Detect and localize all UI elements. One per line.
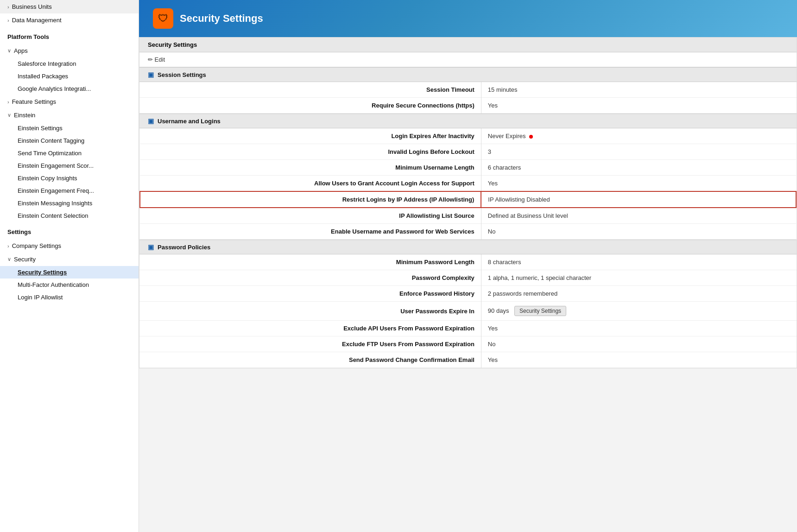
sidebar-item-einstein[interactable]: ∨ Einstein [0, 108, 139, 122]
sidebar-item-security[interactable]: ∨ Security [0, 253, 139, 266]
username-logins-header: ▣ Username and Logins [139, 114, 797, 128]
security-settings-badge: Security Settings [514, 306, 566, 316]
expand-icon: › [7, 18, 9, 23]
enforce-password-history-value: 2 passwords remembered [481, 286, 797, 302]
sidebar-child-installed-packages[interactable]: Installed Packages [0, 70, 139, 82]
sidebar-item-data-management[interactable]: › Data Management [0, 13, 139, 27]
allow-users-label: Allow Users to Grant Account Login Acces… [140, 176, 481, 192]
sidebar-child-einstein-content-selection[interactable]: Einstein Content Selection [0, 209, 139, 222]
send-password-change-value: Yes [481, 352, 797, 368]
login-expires-label: Login Expires After Inactivity [140, 128, 481, 144]
allow-users-value: Yes [481, 176, 796, 192]
table-row: Session Timeout 15 minutes [139, 82, 797, 98]
invalid-logins-value: 3 [481, 144, 796, 160]
sidebar-child-einstein-copy-insights[interactable]: Einstein Copy Insights [0, 172, 139, 184]
exclude-api-users-label: Exclude API Users From Password Expirati… [139, 321, 481, 336]
password-policies-table: Minimum Password Length 8 characters Pas… [139, 254, 797, 368]
min-username-label: Minimum Username Length [140, 160, 481, 176]
collapse-icon: ▣ [148, 243, 154, 251]
table-row: Enforce Password History 2 passwords rem… [139, 286, 797, 302]
table-row: Exclude FTP Users From Password Expirati… [139, 336, 797, 352]
main-content: 🛡 Security Settings Security Settings ✏ … [139, 0, 797, 532]
sidebar-child-send-time-optimization[interactable]: Send Time Optimization [0, 147, 139, 159]
sidebar-item-apps[interactable]: ∨ Apps [0, 44, 139, 57]
login-expires-value: Never Expires [481, 128, 796, 144]
chevron-down-icon: ∨ [7, 256, 11, 262]
exclude-api-users-value: Yes [481, 321, 797, 336]
table-row: Minimum Password Length 8 characters [139, 254, 797, 270]
require-secure-value: Yes [481, 98, 797, 114]
red-dot-indicator [529, 135, 533, 139]
password-complexity-value: 1 alpha, 1 numeric, 1 special character [481, 270, 797, 286]
password-complexity-label: Password Complexity [139, 270, 481, 286]
user-passwords-expire-value: 90 days Security Settings [481, 302, 797, 321]
sidebar-item-feature-settings[interactable]: › Feature Settings [0, 95, 139, 108]
sidebar-child-einstein-engagement-scor[interactable]: Einstein Engagement Scor... [0, 159, 139, 172]
table-row: Send Password Change Confirmation Email … [139, 352, 797, 368]
min-password-length-value: 8 characters [481, 254, 797, 270]
exclude-ftp-users-value: No [481, 336, 797, 352]
table-row: Invalid Logins Before Lockout 3 [140, 144, 796, 160]
enable-username-password-value: No [481, 224, 796, 240]
sidebar-child-multi-factor-auth[interactable]: Multi-Factor Authentication [0, 279, 139, 291]
table-row: Enable Username and Password for Web Ser… [140, 224, 796, 240]
table-row: IP Allowlisting List Source Defined at B… [140, 208, 796, 224]
platform-tools-header: Platform Tools [0, 27, 139, 44]
expand-icon: › [7, 4, 9, 10]
chevron-down-icon: ∨ [7, 48, 11, 54]
chevron-right-icon: › [7, 243, 9, 249]
table-row: Require Secure Connections (https) Yes [139, 98, 797, 114]
sidebar-child-einstein-content-tagging[interactable]: Einstein Content Tagging [0, 134, 139, 147]
page-title: Security Settings [180, 13, 263, 25]
chevron-right-icon: › [7, 99, 9, 105]
sidebar-item-company-settings[interactable]: › Company Settings [0, 239, 139, 253]
invalid-logins-label: Invalid Logins Before Lockout [140, 144, 481, 160]
restrict-logins-row: Restrict Logins by IP Address (IP Allowl… [140, 191, 796, 208]
shield-icon: 🛡 [153, 8, 173, 29]
session-timeout-value: 15 minutes [481, 82, 797, 98]
session-settings-header: ▣ Session Settings [139, 67, 797, 82]
sidebar-child-einstein-settings[interactable]: Einstein Settings [0, 122, 139, 134]
sidebar-item-business-units[interactable]: › Business Units [0, 0, 139, 13]
sidebar-child-salesforce-integration[interactable]: Salesforce Integration [0, 57, 139, 70]
settings-section-header: Settings [0, 222, 139, 239]
sidebar-child-einstein-engagement-freq[interactable]: Einstein Engagement Freq... [0, 184, 139, 197]
sidebar-child-google-analytics[interactable]: Google Analytics Integrati... [0, 82, 139, 95]
page-header: 🛡 Security Settings [139, 0, 797, 37]
edit-button[interactable]: ✏ Edit [148, 56, 165, 63]
table-row: Allow Users to Grant Account Login Acces… [140, 176, 796, 192]
ip-allowlisting-source-label: IP Allowlisting List Source [140, 208, 481, 224]
table-row: Login Expires After Inactivity Never Exp… [140, 128, 796, 144]
edit-bar: ✏ Edit [139, 52, 797, 67]
collapse-icon: ▣ [148, 117, 154, 125]
password-policies-header: ▣ Password Policies [139, 240, 797, 254]
send-password-change-label: Send Password Change Confirmation Email [139, 352, 481, 368]
session-timeout-label: Session Timeout [139, 82, 481, 98]
ip-allowlisting-source-value: Defined at Business Unit level [481, 208, 796, 224]
enforce-password-history-label: Enforce Password History [139, 286, 481, 302]
content-area: Security Settings ✏ Edit ▣ Session Setti… [139, 37, 797, 532]
require-secure-label: Require Secure Connections (https) [139, 98, 481, 114]
username-logins-table: Login Expires After Inactivity Never Exp… [139, 128, 797, 240]
settings-card: Security Settings ✏ Edit ▣ Session Setti… [139, 37, 797, 368]
chevron-down-icon: ∨ [7, 112, 11, 118]
session-settings-table: Session Timeout 15 minutes Require Secur… [139, 82, 797, 114]
table-row: Minimum Username Length 6 characters [140, 160, 796, 176]
table-row: Password Complexity 1 alpha, 1 numeric, … [139, 270, 797, 286]
card-top-bar: Security Settings [139, 38, 797, 52]
collapse-icon: ▣ [148, 71, 154, 78]
user-passwords-expire-label: User Passwords Expire In [139, 302, 481, 321]
sidebar-child-security-settings[interactable]: Security Settings [0, 266, 139, 279]
min-username-value: 6 characters [481, 160, 796, 176]
restrict-logins-label: Restrict Logins by IP Address (IP Allowl… [140, 191, 481, 208]
enable-username-password-label: Enable Username and Password for Web Ser… [140, 224, 481, 240]
exclude-ftp-users-label: Exclude FTP Users From Password Expirati… [139, 336, 481, 352]
sidebar: › Business Units › Data Management Platf… [0, 0, 139, 532]
sidebar-child-login-ip-allowlist[interactable]: Login IP Allowlist [0, 291, 139, 304]
table-row: User Passwords Expire In 90 days Securit… [139, 302, 797, 321]
restrict-logins-value: IP Allowlisting Disabled [481, 191, 796, 208]
sidebar-child-einstein-messaging-insights[interactable]: Einstein Messaging Insights [0, 197, 139, 209]
min-password-length-label: Minimum Password Length [139, 254, 481, 270]
table-row: Exclude API Users From Password Expirati… [139, 321, 797, 336]
